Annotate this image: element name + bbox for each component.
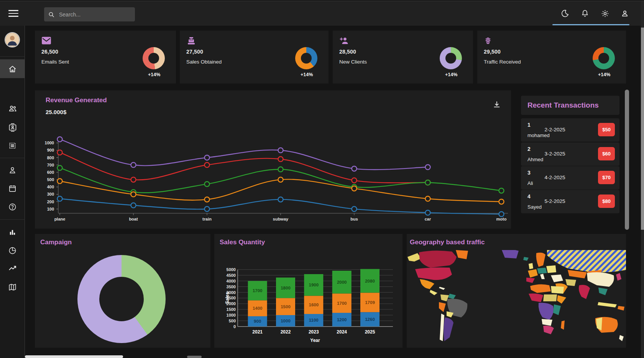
tx-name: Ahmed xyxy=(527,157,543,162)
sidebar-item-faq[interactable] xyxy=(0,200,25,214)
tx-amount-badge: $50 xyxy=(598,123,615,136)
tx-amount-badge: $80 xyxy=(598,195,615,208)
svg-text:1200: 1200 xyxy=(337,317,347,322)
svg-text:600: 600 xyxy=(47,170,54,175)
tx-amount-badge: $60 xyxy=(598,147,615,160)
svg-text:2022: 2022 xyxy=(281,329,291,335)
svg-text:1400: 1400 xyxy=(253,306,263,311)
bell-icon[interactable] xyxy=(580,9,590,18)
svg-text:plane: plane xyxy=(54,217,66,221)
stat-label: Emails Sent xyxy=(41,59,69,65)
sidebar-item-bar-chart[interactable] xyxy=(0,225,25,239)
sidebar-item-line-chart[interactable] xyxy=(0,262,25,275)
svg-text:500: 500 xyxy=(229,319,236,323)
tx-date: 3-2-2025 xyxy=(521,151,589,157)
scroll-indicator[interactable] xyxy=(552,24,629,25)
gear-icon[interactable] xyxy=(600,9,610,18)
stat-label: New Clients xyxy=(339,59,367,65)
svg-text:200: 200 xyxy=(47,199,54,204)
svg-text:1000: 1000 xyxy=(227,313,236,317)
horizontal-scrollbar-piece[interactable] xyxy=(187,356,202,358)
stat-card-sales: 27,500 Sales Obtained +14% xyxy=(180,31,329,83)
stat-donut xyxy=(143,47,165,69)
svg-text:1900: 1900 xyxy=(309,283,319,287)
campaign-donut-chart xyxy=(77,255,166,343)
geography-title: Geography based traffic xyxy=(410,239,485,246)
search-icon xyxy=(48,11,55,18)
topbar-icons xyxy=(560,1,629,26)
svg-text:2000: 2000 xyxy=(337,280,347,284)
transaction-row[interactable]: 4 Sayed 5-2-2025 $80 xyxy=(521,190,619,213)
revenue-line-chart: 1002003004005006007008009001000planeboat… xyxy=(35,90,511,229)
email-icon xyxy=(41,36,51,46)
world-map xyxy=(407,250,626,347)
svg-text:1700: 1700 xyxy=(337,301,347,306)
stat-delta: +14% xyxy=(445,72,457,77)
tx-amount-badge: $70 xyxy=(598,171,615,184)
dashboard-app: 26,500 Emails Sent +14% 27,500 Sales Obt… xyxy=(0,0,644,358)
transactions-title: Recent Transactions xyxy=(527,101,599,110)
tx-name: Sayed xyxy=(527,204,542,210)
svg-text:100: 100 xyxy=(47,207,54,211)
svg-text:2024: 2024 xyxy=(337,329,347,335)
transaction-row[interactable]: 1 mohamed 2-2-2025 $50 xyxy=(521,118,619,142)
home-icon xyxy=(0,62,25,76)
stat-card-traffic: 29,500 Traffic Received +14% xyxy=(477,31,626,83)
sidebar-item-pie-chart[interactable] xyxy=(0,244,25,257)
content-scrollbar[interactable] xyxy=(625,90,629,230)
window-scrollbar-thumb[interactable] xyxy=(641,28,644,230)
sidebar-item-dashboard[interactable] xyxy=(0,59,25,78)
svg-text:1800: 1800 xyxy=(281,286,291,290)
svg-text:boat: boat xyxy=(129,217,138,221)
svg-text:1500: 1500 xyxy=(227,307,236,312)
sidebar xyxy=(0,26,25,358)
person-icon[interactable] xyxy=(620,9,629,18)
svg-text:1700: 1700 xyxy=(253,288,263,293)
svg-text:2025: 2025 xyxy=(365,329,375,335)
transaction-row[interactable]: 3 Ali 4-2-2025 $70 xyxy=(521,166,619,190)
stat-donut xyxy=(593,47,615,69)
svg-text:1000: 1000 xyxy=(45,141,54,145)
sidebar-item-geography[interactable] xyxy=(0,280,25,294)
sidebar-item-invoices[interactable] xyxy=(0,139,25,152)
tx-date: 5-2-2025 xyxy=(521,198,589,204)
stat-delta: +14% xyxy=(598,72,610,77)
tx-date: 4-2-2025 xyxy=(521,175,589,180)
svg-text:1100: 1100 xyxy=(309,318,319,322)
sidebar-divider xyxy=(0,158,25,158)
tx-name: mohamed xyxy=(527,132,550,138)
stat-value: 27,500 xyxy=(186,49,203,55)
sidebar-item-team[interactable] xyxy=(0,101,25,115)
stat-donut xyxy=(440,47,462,69)
svg-text:4000: 4000 xyxy=(227,279,236,283)
campaign-panel: Campaign xyxy=(35,234,210,348)
stat-label: Sales Obtained xyxy=(186,59,222,65)
search-bar[interactable] xyxy=(44,7,135,21)
svg-text:900: 900 xyxy=(254,319,261,324)
stat-label: Traffic Received xyxy=(484,59,521,65)
traffic-icon xyxy=(484,36,492,47)
svg-text:Year: Year xyxy=(310,338,320,343)
svg-text:500: 500 xyxy=(47,177,54,182)
svg-text:300: 300 xyxy=(47,192,54,196)
sidebar-item-profile[interactable] xyxy=(0,163,25,177)
moon-icon[interactable] xyxy=(560,9,570,18)
campaign-title: Campaign xyxy=(40,239,72,246)
svg-text:moto: moto xyxy=(496,217,507,221)
avatar[interactable] xyxy=(5,32,20,47)
sidebar-item-contacts[interactable] xyxy=(0,121,25,134)
search-input[interactable] xyxy=(58,11,127,18)
revenue-panel: Revenue Generated 25.000$ 10020030040050… xyxy=(35,90,511,229)
stat-value: 26,500 xyxy=(41,49,58,55)
sidebar-item-calendar[interactable] xyxy=(0,181,25,195)
stat-delta: +14% xyxy=(148,72,160,77)
svg-text:700: 700 xyxy=(47,163,54,167)
menu-icon[interactable] xyxy=(8,10,18,17)
stat-card-emails: 26,500 Emails Sent +14% xyxy=(35,31,176,83)
stat-card-clients: 28,500 New Clients +14% xyxy=(333,31,473,83)
stat-value: 29,500 xyxy=(484,49,501,55)
svg-text:Sales: Sales xyxy=(225,292,230,304)
svg-text:1500: 1500 xyxy=(281,304,291,309)
transaction-row[interactable]: 2 Ahmed 3-2-2025 $60 xyxy=(521,142,619,166)
horizontal-scrollbar-thumb[interactable] xyxy=(25,355,123,358)
